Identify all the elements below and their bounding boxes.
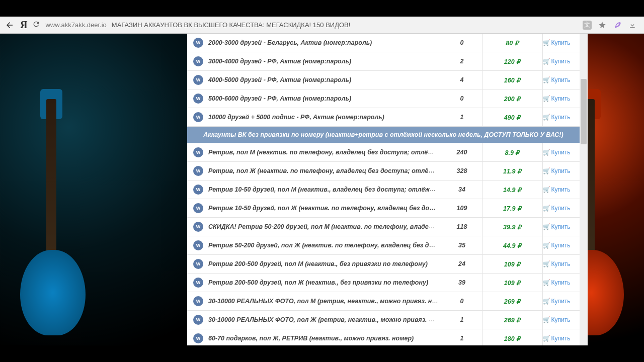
cart-icon: 🛒 — [543, 114, 550, 121]
product-qty: 0 — [442, 292, 482, 311]
section-header: Аккаунты ВК без привязки по номеру (неак… — [187, 127, 580, 143]
vk-icon: W — [193, 240, 203, 250]
product-qty: 34 — [442, 180, 482, 199]
product-price: 269 ₽ — [482, 311, 542, 329]
translate-icon[interactable]: 文 — [583, 21, 592, 30]
buy-button[interactable]: 🛒Купить — [543, 335, 571, 342]
table-row: W30-10000 РЕАЛЬНЫХ ФОТО, пол Ж (ретрив, … — [187, 311, 580, 329]
product-price: 109 ₽ — [482, 255, 542, 274]
table-row: W5000-6000 друзей - РФ, Актив (номер:пар… — [187, 89, 580, 108]
buy-button[interactable]: 🛒Купить — [543, 186, 571, 193]
table-row: W10000 друзей + 5000 подпис - РФ, Актив … — [187, 108, 580, 127]
back-button[interactable] — [4, 20, 15, 31]
product-qty: 118 — [442, 218, 482, 236]
vk-icon: W — [193, 296, 203, 306]
product-name: 3000-4000 друзей - РФ, Актив (номер:паро… — [208, 58, 351, 65]
product-panel: W2000-3000 друзей - Беларусь, Актив (ном… — [187, 34, 588, 345]
vk-icon: W — [193, 94, 203, 104]
buy-button[interactable]: 🛒Купить — [543, 114, 571, 121]
bookmark-star-icon[interactable] — [598, 21, 607, 30]
table-row: WРетрив 200-500 друзей, пол М (неактив.,… — [187, 255, 580, 274]
vk-icon: W — [193, 222, 203, 232]
product-price: 160 ₽ — [482, 71, 542, 89]
page-title: МАГАЗИН АККАУНТОВ ВК ВЫСШЕГО КАЧЕСТВА: М… — [112, 21, 351, 29]
table-row: WСКИДКА! Ретрив 50-200 друзей, пол М (не… — [187, 218, 580, 236]
vk-icon: W — [193, 166, 203, 176]
buy-button[interactable]: 🛒Купить — [543, 95, 571, 102]
product-qty: 0 — [442, 34, 482, 52]
product-qty: 35 — [442, 236, 482, 255]
download-icon[interactable] — [628, 21, 637, 30]
cart-icon: 🛒 — [543, 335, 550, 342]
product-price: 200 ₽ — [482, 89, 542, 108]
buy-button[interactable]: 🛒Купить — [543, 205, 571, 212]
cart-icon: 🛒 — [543, 260, 550, 267]
product-price: 39.9 ₽ — [482, 218, 542, 236]
reload-button[interactable] — [32, 20, 40, 30]
page-viewport: W2000-3000 друзей - Беларусь, Актив (ном… — [0, 34, 644, 345]
buy-button[interactable]: 🛒Купить — [543, 223, 571, 230]
vk-icon: W — [193, 56, 203, 66]
table-row: W4000-5000 друзей - РФ, Актив (номер:пар… — [187, 71, 580, 89]
product-qty: 1 — [442, 108, 482, 127]
product-qty: 24 — [442, 255, 482, 274]
cart-icon: 🛒 — [543, 39, 550, 46]
table-row: WРетрив 10-50 друзей, пол Ж (неактив. по… — [187, 199, 580, 218]
product-name: Ретрив 50-200 друзей, пол Ж (неактив. по… — [208, 241, 442, 249]
product-name: 60-70 подарков, пол Ж, РЕТРИВ (неактив.,… — [208, 335, 414, 342]
buy-button[interactable]: 🛒Купить — [543, 298, 571, 305]
product-qty: 4 — [442, 71, 482, 89]
vk-icon: W — [193, 147, 203, 157]
product-name: 30-10000 РЕАЛЬНЫХ ФОТО, пол Ж (ретрив, н… — [208, 316, 442, 323]
address-bar[interactable]: www.akk7akk.deer.io МАГАЗИН АККАУНТОВ ВК… — [45, 21, 578, 29]
url-host: www.akk7akk.deer.io — [45, 21, 106, 29]
buy-button[interactable]: 🛒Купить — [543, 58, 571, 65]
product-name: 4000-5000 друзей - РФ, Актив (номер:паро… — [208, 76, 351, 83]
product-price: 269 ₽ — [482, 292, 542, 311]
cart-icon: 🛒 — [543, 223, 550, 230]
browser-toolbar: Я www.akk7akk.deer.io МАГАЗИН АККАУНТОВ … — [0, 17, 644, 34]
product-name: Ретрив 10-50 друзей, пол М (неактив., вл… — [208, 186, 442, 193]
product-name: СКИДКА! Ретрив 50-200 друзей, пол М (неа… — [208, 223, 442, 230]
product-name: 5000-6000 друзей - РФ, Актив (номер:паро… — [208, 95, 351, 102]
buy-button[interactable]: 🛒Купить — [543, 316, 571, 323]
feather-icon[interactable] — [613, 21, 622, 30]
product-price: 17.9 ₽ — [482, 199, 542, 218]
vk-icon: W — [193, 38, 203, 48]
product-name: 2000-3000 друзей - Беларусь, Актив (номе… — [208, 39, 372, 46]
table-row: WРетрив, пол М (неактив. по телефону, вл… — [187, 143, 580, 162]
letterbox-bottom — [0, 345, 644, 362]
buy-button[interactable]: 🛒Купить — [543, 260, 571, 267]
product-price: 109 ₽ — [482, 274, 542, 292]
cart-icon: 🛒 — [543, 316, 550, 323]
product-price: 8.9 ₽ — [482, 143, 542, 162]
product-price: 120 ₽ — [482, 52, 542, 71]
table-row: WРетрив, пол Ж (неактив. по телефону, вл… — [187, 162, 580, 180]
vk-icon: W — [193, 259, 203, 269]
product-price: 44.9 ₽ — [482, 236, 542, 255]
scrollbar-thumb[interactable] — [581, 79, 587, 144]
cart-icon: 🛒 — [543, 149, 550, 156]
product-qty: 109 — [442, 199, 482, 218]
buy-button[interactable]: 🛒Купить — [543, 167, 571, 174]
cart-icon: 🛒 — [543, 298, 550, 305]
product-price: 14.9 ₽ — [482, 180, 542, 199]
buy-button[interactable]: 🛒Купить — [543, 279, 571, 286]
yandex-logo[interactable]: Я — [20, 19, 27, 31]
product-name: Ретрив 200-500 друзей, пол М (неактив., … — [208, 260, 428, 267]
vertical-scrollbar[interactable] — [580, 34, 588, 345]
table-row: W30-10000 РЕАЛЬНЫХ ФОТО, пол М (ретрив, … — [187, 292, 580, 311]
vk-icon: W — [193, 185, 203, 195]
product-qty: 1 — [442, 311, 482, 329]
product-name: Ретрив, пол М (неактив. по телефону, вла… — [208, 148, 442, 156]
buy-button[interactable]: 🛒Купить — [543, 149, 571, 156]
buy-button[interactable]: 🛒Купить — [543, 242, 571, 249]
buy-button[interactable]: 🛒Купить — [543, 76, 571, 83]
cart-icon: 🛒 — [543, 242, 550, 249]
guitar-left-image — [20, 99, 86, 340]
product-name: 10000 друзей + 5000 подпис - РФ, Актив (… — [208, 114, 384, 121]
letterbox-top — [0, 0, 644, 17]
cart-icon: 🛒 — [543, 205, 550, 212]
table-row: W2000-3000 друзей - Беларусь, Актив (ном… — [187, 34, 580, 52]
buy-button[interactable]: 🛒Купить — [543, 39, 571, 46]
